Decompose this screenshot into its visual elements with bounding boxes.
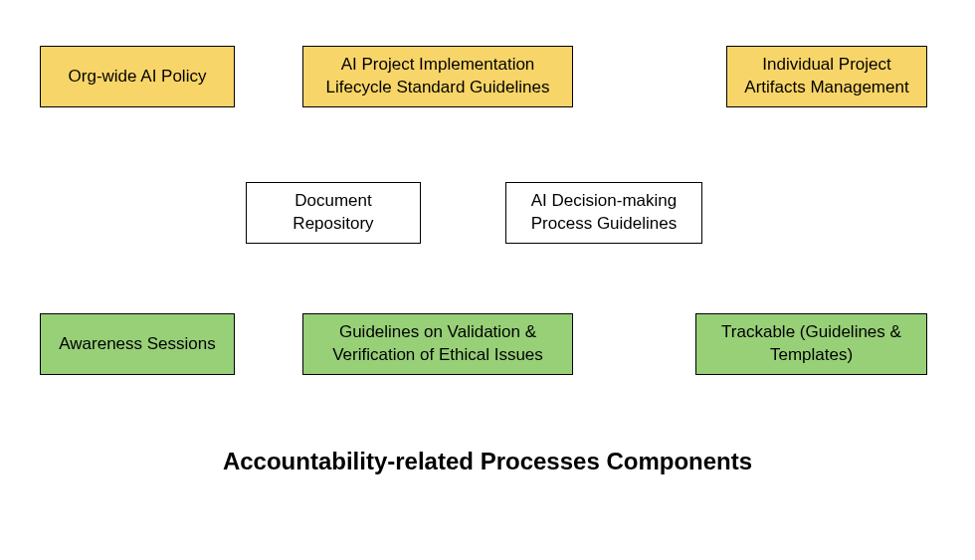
box-label: Guidelines on Validation & Verification … xyxy=(315,321,560,367)
box-ai-project-lifecycle: AI Project Implementation Lifecycle Stan… xyxy=(302,46,573,107)
box-org-ai-policy: Org-wide AI Policy xyxy=(40,46,235,107)
box-validation-verification: Guidelines on Validation & Verification … xyxy=(302,313,573,375)
box-label: Trackable (Guidelines & Templates) xyxy=(708,321,914,367)
diagram-title: Accountability-related Processes Compone… xyxy=(0,448,975,475)
box-document-repository: Document Repository xyxy=(246,182,421,244)
box-label: Individual Project Artifacts Management xyxy=(739,54,914,99)
box-trackable-guidelines: Trackable (Guidelines & Templates) xyxy=(695,313,927,375)
box-individual-project-artifacts: Individual Project Artifacts Management xyxy=(726,46,927,107)
box-label: Awareness Sessions xyxy=(59,333,216,356)
box-label: Org-wide AI Policy xyxy=(69,66,207,89)
box-label: Document Repository xyxy=(259,190,408,236)
box-ai-decision-making: AI Decision-making Process Guidelines xyxy=(505,182,702,244)
title-text: Accountability-related Processes Compone… xyxy=(223,448,752,474)
box-label: AI Decision-making Process Guidelines xyxy=(518,190,689,236)
box-awareness-sessions: Awareness Sessions xyxy=(40,313,235,375)
box-label: AI Project Implementation Lifecycle Stan… xyxy=(315,54,560,99)
